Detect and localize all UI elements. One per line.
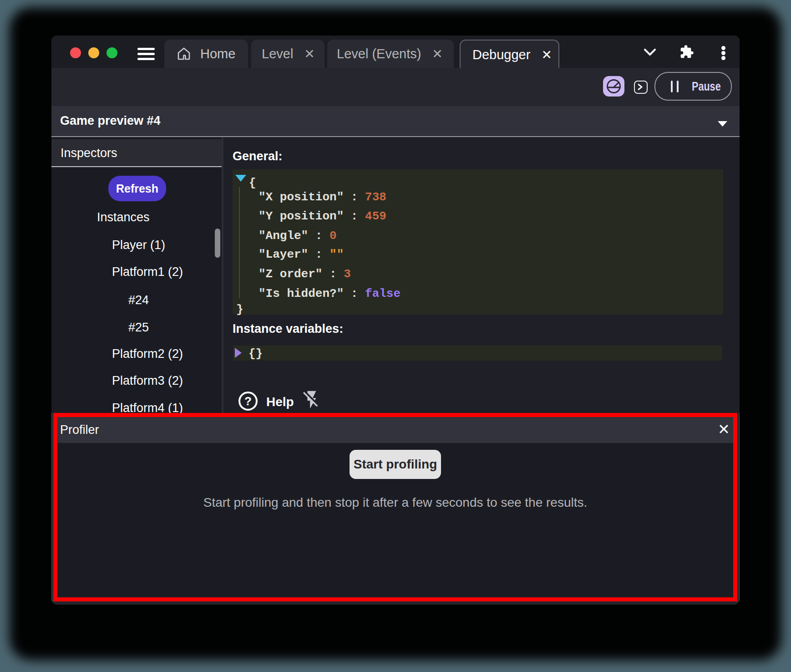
svg-text:?: ?	[244, 394, 252, 408]
